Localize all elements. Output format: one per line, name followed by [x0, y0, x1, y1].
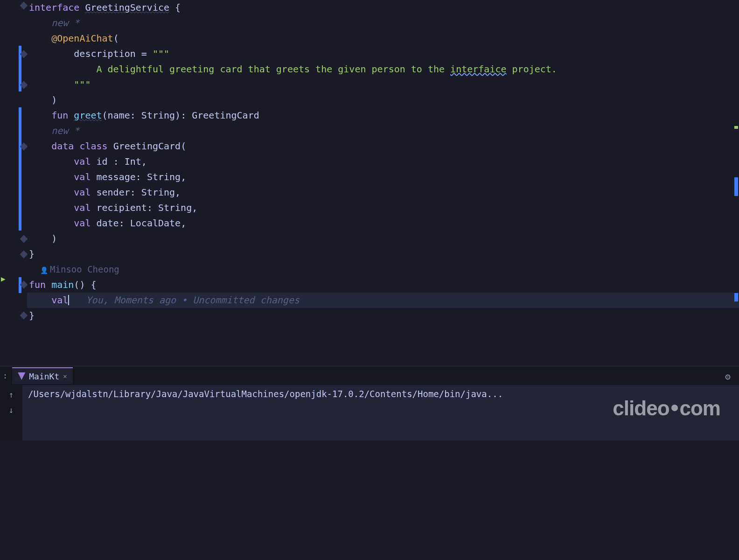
keyword: interface	[29, 2, 79, 13]
code-line[interactable]: }	[27, 246, 739, 262]
type: : String	[130, 187, 175, 198]
code-line[interactable]: fun main() {	[27, 277, 739, 293]
class-name: GreetingCard	[113, 140, 181, 152]
annotation: @OpenAiChat	[51, 33, 113, 44]
keyword: data	[51, 140, 74, 152]
code-content[interactable]: interface GreetingService { new * @OpenA…	[27, 0, 739, 366]
fold-marker[interactable]	[20, 235, 28, 243]
code-line[interactable]: data class GreetingCard(	[27, 139, 739, 154]
keyword: val	[51, 294, 68, 306]
params: () {	[74, 279, 96, 290]
code-line[interactable]: )	[27, 231, 739, 246]
comma: ,	[175, 187, 181, 198]
code-line[interactable]: interface GreetingService {	[27, 0, 739, 15]
keyword: val	[74, 156, 91, 167]
current-line[interactable]: val You, Moments ago • Uncommitted chang…	[27, 293, 739, 308]
param-label: description =	[74, 48, 153, 59]
comma: ,	[192, 202, 197, 213]
string-delim: """	[153, 48, 169, 59]
type: : String	[147, 202, 192, 213]
scroll-marker[interactable]	[734, 293, 738, 301]
keyword: val	[74, 187, 91, 198]
brace: }	[29, 248, 35, 259]
author-name: Minsoo Cheong	[50, 264, 119, 274]
keyword: class	[79, 140, 107, 152]
code-line[interactable]: """	[27, 77, 739, 92]
editor-gutter: ▶	[0, 0, 27, 366]
code-line[interactable]: description = """	[27, 46, 739, 62]
keyword: val	[74, 217, 91, 229]
paren: (	[181, 140, 186, 152]
fold-marker[interactable]	[20, 251, 28, 259]
inlay-hint: new *	[51, 125, 79, 136]
code-line[interactable]: val id : Int,	[27, 154, 739, 169]
tool-window-label: :	[3, 371, 12, 380]
error-stripe[interactable]	[733, 0, 739, 366]
type: : Int	[108, 156, 141, 167]
tool-window-tab-bar: : MainKt ✕ ⚙	[0, 366, 739, 385]
code-line[interactable]: }	[27, 308, 739, 323]
git-blame-inline: You, Moments ago • Uncommitted changes	[86, 294, 300, 306]
scroll-marker[interactable]	[734, 177, 738, 196]
params: (name: String):	[102, 110, 192, 121]
code-line[interactable]: new *	[27, 15, 739, 31]
console-body: ↑ ↓ /Users/wjdalstn/Library/Java/JavaVir…	[0, 385, 739, 441]
tab-label: MainKt	[29, 371, 59, 381]
string-typo: interfaice	[450, 63, 506, 75]
inlay-hint: new *	[51, 17, 79, 28]
code-line[interactable]: )	[27, 92, 739, 108]
type: : LocalDate	[119, 217, 181, 229]
function-name: main	[51, 279, 74, 290]
class-name: GreetingService	[85, 2, 169, 13]
comma: ,	[141, 156, 147, 167]
paren: )	[51, 94, 57, 105]
brace: {	[169, 2, 181, 13]
brace: }	[29, 310, 35, 321]
keyword: fun	[51, 110, 68, 121]
code-line[interactable]: val sender: String,	[27, 185, 739, 200]
scroll-marker[interactable]	[734, 126, 738, 129]
keyword: val	[74, 171, 91, 182]
kotlin-icon	[18, 372, 25, 380]
scroll-up-icon[interactable]: ↑	[9, 390, 14, 399]
code-editor[interactable]: ▶ interface GreetingService { new * @Ope…	[0, 0, 739, 366]
run-tool-window[interactable]: : MainKt ✕ ⚙ ↑ ↓ /Users/wjdalstn/Library…	[0, 366, 739, 441]
code-line[interactable]: val recipient: String,	[27, 200, 739, 216]
console-toolbar: ↑ ↓	[0, 385, 22, 441]
run-tab[interactable]: MainKt ✕	[12, 367, 72, 384]
field-name: id	[97, 156, 108, 167]
close-icon[interactable]: ✕	[63, 372, 67, 380]
vcs-change-stripe[interactable]	[19, 107, 21, 231]
function-name: greet	[74, 110, 102, 121]
person-icon: 👤	[40, 266, 48, 274]
code-line[interactable]: @OpenAiChat(	[27, 31, 739, 46]
paren: )	[51, 233, 57, 244]
fold-marker[interactable]	[20, 312, 28, 320]
code-line[interactable]: fun greet(name: String): GreetingCard	[27, 108, 739, 123]
gear-icon[interactable]: ⚙	[725, 371, 731, 382]
field-name: date	[97, 217, 119, 229]
paren: (	[113, 33, 119, 44]
scroll-down-icon[interactable]: ↓	[9, 405, 14, 415]
string-text: project.	[507, 63, 557, 75]
code-line[interactable]: A delightful greeting card that greets t…	[27, 62, 739, 77]
fold-marker[interactable]	[20, 2, 28, 10]
comma: ,	[181, 217, 186, 229]
author-annotation: 👤Minsoo Cheong	[27, 262, 739, 277]
type: : String	[136, 171, 181, 182]
string-text: A delightful greeting card that greets t…	[97, 63, 451, 75]
console-output[interactable]: /Users/wjdalstn/Library/Java/JavaVirtual…	[22, 385, 739, 441]
field-name: recipient	[97, 202, 147, 213]
keyword: val	[74, 202, 91, 213]
code-line[interactable]: val date: LocalDate,	[27, 216, 739, 231]
text-cursor	[68, 295, 69, 305]
field-name: sender	[97, 187, 130, 198]
return-type: GreetingCard	[192, 110, 259, 121]
string-delim: """	[74, 79, 91, 90]
keyword: fun	[29, 279, 46, 290]
code-line[interactable]: new *	[27, 123, 739, 139]
field-name: message	[97, 171, 136, 182]
code-line[interactable]: val message: String,	[27, 169, 739, 185]
comma: ,	[181, 171, 186, 182]
run-gutter-icon[interactable]: ▶	[1, 274, 6, 283]
